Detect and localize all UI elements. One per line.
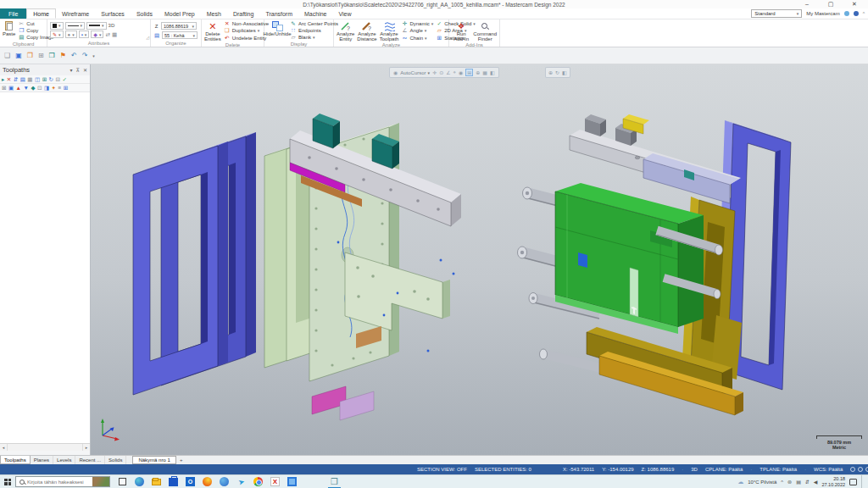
add-group-icon[interactable]: ⊞ (42, 76, 47, 83)
chain-button[interactable]: ∾Chain▾ (401, 35, 433, 42)
undelete-entity-button[interactable]: ↶Undelete Entity (224, 35, 269, 42)
shield-icon[interactable]: ⊚ (787, 479, 792, 485)
volume-icon[interactable]: ◀ (814, 479, 818, 485)
panel-tab-recent[interactable]: Recent ... (75, 456, 105, 464)
gnomon-toggle-icon[interactable] (850, 467, 855, 472)
add-point-icon[interactable]: ⊕ (476, 69, 480, 75)
blue-marker[interactable] (578, 252, 587, 268)
duplicates-button[interactable]: ❏Duplicates▾ (224, 27, 269, 34)
panel-close-icon[interactable]: ✕ (83, 67, 87, 73)
weather-text[interactable]: 10°C Pilvistä (748, 480, 776, 485)
minimize-button[interactable]: – (795, 0, 819, 8)
pin-icon[interactable]: ⊼ (76, 67, 80, 73)
network-icon[interactable]: ⇵ (805, 479, 810, 485)
highlight-icon[interactable]: ✦ (52, 85, 56, 92)
tab-solids[interactable]: Solids (131, 8, 159, 19)
autocursor-select[interactable]: AutoCursor▾ (400, 70, 430, 75)
params-icon[interactable]: ◫ (35, 76, 40, 83)
level-field[interactable]: 55 : Kehä▾ (162, 31, 198, 39)
solid-color-select[interactable]: ▪▾ (79, 30, 90, 38)
gview-icon[interactable]: ✛ (432, 69, 437, 75)
insert-icon[interactable]: ◆ (31, 85, 35, 92)
lock-icon[interactable]: ⊠ (2, 85, 6, 92)
panel-menu-icon[interactable]: ▾ (70, 67, 73, 73)
tab-drafting[interactable]: Drafting (227, 8, 260, 19)
move-down-icon[interactable]: ▼ (24, 85, 29, 91)
edge-icon[interactable] (134, 475, 145, 488)
dynamic-button[interactable]: ✛Dynamic▾ (401, 20, 433, 27)
threed-mode-toggle[interactable]: 3D (108, 23, 115, 28)
refresh-icon[interactable]: ↻ (49, 76, 53, 83)
hide-unhide-button[interactable]: Hide/Unhide (267, 20, 287, 41)
command-finder-button[interactable]: Command Finder (473, 20, 497, 42)
onedrive-icon[interactable]: ▤ (796, 479, 801, 485)
match-attributes-icon[interactable]: ⇄ (105, 31, 109, 38)
section-view-icon[interactable]: ◧ (562, 69, 567, 75)
batch-icon[interactable]: ◨ (44, 85, 49, 92)
analyze-entity-button[interactable]: ? Analyze Entity (337, 20, 354, 42)
browser-icon[interactable] (219, 475, 230, 488)
task-view-button[interactable] (117, 475, 128, 488)
levels-icon[interactable]: ▤ (20, 76, 25, 83)
collapse-icon[interactable]: ⊟ (56, 76, 60, 83)
display-toggle-icon[interactable]: ▣ (8, 85, 14, 92)
store-icon[interactable] (168, 475, 179, 488)
close-button[interactable]: ✕ (843, 0, 866, 8)
panel-tab-planes[interactable]: Planes (31, 456, 53, 464)
tray-expand-icon[interactable]: ^ (781, 480, 783, 485)
maximize-button[interactable]: ▢ (819, 0, 843, 8)
move-up-icon[interactable]: ▲ (16, 85, 21, 91)
attributes-grid-icon[interactable]: ▦ (112, 31, 117, 38)
arc-center-points-button[interactable]: ✎Arc Center Points (290, 20, 338, 27)
angle-snap-icon[interactable]: ∠ (446, 69, 450, 75)
news-thumbnail[interactable] (92, 477, 109, 486)
panel-tab-levels[interactable]: Levels (53, 456, 75, 464)
line-style-select[interactable]: ▾ (65, 22, 86, 30)
analyze-toolpath-button[interactable]: Analyze Toolpath (380, 20, 399, 42)
right-assembly-model[interactable] (518, 114, 792, 415)
unselect-icon[interactable]: ✕ (7, 76, 11, 83)
panel-tab-toolpaths[interactable]: Toolpaths (0, 456, 31, 464)
mesh-color-select[interactable]: ◆▾ (91, 30, 103, 38)
viewport[interactable]: ◉ AutoCursor▾ ✛ ⊙ ∠ ⌖ ◉ ⊞ ⊕ ▦ ◧ ⊕ ↻ ◧ 89… (91, 64, 868, 455)
list-icon[interactable]: ≡ (58, 85, 62, 91)
target-icon[interactable]: ⌖ (453, 69, 456, 75)
dialog-launcher-icon[interactable]: ◿ (146, 35, 149, 40)
wcs-selector[interactable]: WCS: Päältä (814, 467, 843, 472)
zoom-fit-icon[interactable]: ⊕ (548, 69, 553, 75)
clock[interactable]: 20.18 27.10.2022 (821, 476, 845, 487)
mastercam-launcher-icon[interactable]: X (270, 475, 281, 488)
qat-customize-icon[interactable]: ▾ (92, 47, 95, 64)
my-mastercam-link[interactable]: My Mastercam (806, 11, 839, 16)
tab-transform[interactable]: Transform (259, 8, 298, 19)
new-file-icon[interactable]: ❏ (4, 47, 10, 64)
flag-icon[interactable]: ⚑ (60, 47, 66, 64)
tab-surfaces[interactable]: Surfaces (95, 8, 131, 19)
start-button[interactable] (0, 475, 15, 488)
tab-wireframe[interactable]: Wireframe (56, 8, 95, 19)
open-file-icon[interactable]: ❐ (27, 47, 33, 64)
section-view-status[interactable]: SECTION VIEW: OFF (417, 467, 467, 472)
grid-icon[interactable]: ▦ (27, 76, 32, 83)
toolpaths-tree[interactable] (0, 92, 90, 443)
origin-icon[interactable]: ⊙ (439, 69, 443, 75)
run-addin-button[interactable]: ❖ Run Add-In (452, 20, 470, 42)
scroll-left-icon[interactable]: ◂ (0, 444, 8, 451)
taskbar-search[interactable] (15, 476, 110, 487)
left-assembly-model[interactable] (133, 114, 461, 420)
notification-center-icon[interactable] (849, 479, 857, 485)
axes-toggle-icon[interactable] (858, 467, 863, 472)
tab-model-prep[interactable]: Model Prep (159, 8, 201, 19)
panel-hscrollbar[interactable]: ◂ ▸ (0, 443, 90, 451)
grid-snap-icon[interactable]: ⊞ (465, 69, 473, 76)
mode-2d3d-toggle[interactable]: 3D (691, 467, 698, 472)
color-select[interactable]: ▾ (50, 22, 64, 30)
surface-color-select[interactable]: ●▾ (65, 30, 77, 38)
cplane-selector[interactable]: CPLANE: Päältä (705, 467, 743, 472)
tab-home[interactable]: Home (26, 8, 56, 19)
panel-tab-solids[interactable]: Solids (105, 456, 126, 464)
tab-mesh[interactable]: Mesh (201, 8, 227, 19)
tab-machine[interactable]: Machine (298, 8, 332, 19)
tplane-selector[interactable]: TPLANE: Päältä (760, 467, 797, 472)
mail-icon[interactable]: ➤ (236, 475, 247, 488)
